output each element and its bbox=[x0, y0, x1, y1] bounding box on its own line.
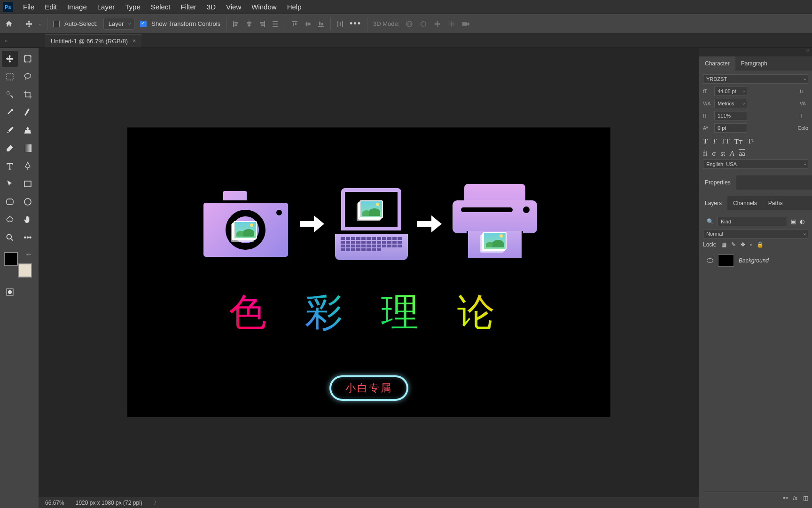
align-vertical-center-icon[interactable] bbox=[304, 20, 312, 28]
align-right-edges-icon[interactable] bbox=[258, 20, 266, 28]
layer-name[interactable]: Background bbox=[739, 257, 769, 264]
language-select[interactable]: English: USA bbox=[703, 159, 808, 169]
brush-tool[interactable] bbox=[2, 122, 18, 138]
stylistic-button[interactable]: st bbox=[720, 150, 725, 158]
slide-3d-icon[interactable] bbox=[447, 20, 456, 28]
layer-mask-icon[interactable]: ◫ bbox=[803, 495, 808, 501]
move-tool[interactable] bbox=[2, 51, 18, 67]
menu-file[interactable]: File bbox=[18, 0, 39, 14]
layer-row[interactable]: Background bbox=[703, 251, 808, 270]
menu-layer[interactable]: Layer bbox=[92, 0, 120, 14]
oldstyle-button[interactable]: σ bbox=[712, 150, 716, 158]
smallcaps-button[interactable]: Tᴛ bbox=[734, 137, 743, 146]
background-color[interactable] bbox=[18, 263, 32, 278]
menu-3d[interactable]: 3D bbox=[202, 0, 221, 14]
auto-select-checkbox[interactable] bbox=[53, 21, 60, 27]
artboard-tool[interactable] bbox=[20, 51, 36, 67]
clone-stamp-tool[interactable] bbox=[20, 122, 36, 138]
edit-toolbar-icon[interactable]: ••• bbox=[20, 230, 36, 246]
eraser-tool[interactable] bbox=[2, 140, 18, 156]
superscript-button[interactable]: T¹ bbox=[748, 137, 754, 146]
layer-select[interactable]: Layer bbox=[103, 18, 135, 30]
status-chevron-icon[interactable]: 〉 bbox=[154, 499, 159, 507]
zoom-tool[interactable] bbox=[2, 230, 18, 246]
align-horizontal-center-icon[interactable] bbox=[245, 20, 253, 28]
healing-brush-tool[interactable] bbox=[20, 104, 36, 120]
swap-colors-icon[interactable]: ⤺ bbox=[26, 251, 31, 258]
menu-edit[interactable]: Edit bbox=[39, 0, 62, 14]
tab-character[interactable]: Character bbox=[699, 56, 735, 71]
menu-window[interactable]: Window bbox=[246, 0, 281, 14]
crop-tool[interactable] bbox=[20, 87, 36, 103]
roll-3d-icon[interactable] bbox=[419, 20, 428, 28]
rectangle-tool[interactable] bbox=[20, 176, 36, 192]
menu-help[interactable]: Help bbox=[282, 0, 307, 14]
collapse-chevron-icon[interactable]: ‹‹ bbox=[5, 39, 8, 43]
tab-properties[interactable]: Properties bbox=[699, 175, 736, 190]
rounded-rectangle-tool[interactable] bbox=[2, 194, 18, 210]
menu-view[interactable]: View bbox=[221, 0, 246, 14]
menu-filter[interactable]: Filter bbox=[176, 0, 202, 14]
show-transform-checkbox[interactable] bbox=[140, 21, 147, 27]
pan-3d-icon[interactable] bbox=[433, 20, 442, 28]
more-options-icon[interactable]: ••• bbox=[350, 19, 361, 29]
collapse-panels-icon[interactable]: ‹‹ bbox=[699, 48, 812, 56]
lock-paint-icon[interactable]: ✎ bbox=[731, 241, 736, 248]
move-tool-icon[interactable] bbox=[25, 20, 33, 28]
visibility-eye-icon[interactable] bbox=[707, 258, 713, 263]
bold-button[interactable]: T bbox=[703, 137, 708, 146]
ligatures-button[interactable]: fi bbox=[703, 150, 707, 158]
camera-3d-icon[interactable] bbox=[461, 21, 470, 27]
pen-tool[interactable] bbox=[20, 158, 36, 174]
distribute-icon[interactable] bbox=[272, 20, 279, 28]
filter-adjust-icon[interactable]: ◐ bbox=[800, 218, 804, 225]
doc-dimensions[interactable]: 1920 px x 1080 px (72 ppi) bbox=[76, 500, 142, 506]
orbit-3d-icon[interactable] bbox=[405, 20, 414, 28]
canvas[interactable]: 色 彩 理 论 小白专属 bbox=[127, 127, 610, 417]
italic-button[interactable]: T bbox=[712, 137, 716, 146]
document-tab[interactable]: Untitled-1 @ 66.7% (RGB/8) × bbox=[45, 34, 141, 48]
filter-search-icon[interactable]: 🔍 bbox=[707, 218, 714, 225]
vscale-input[interactable]: 111% bbox=[714, 111, 747, 120]
tab-paragraph[interactable]: Paragraph bbox=[735, 56, 773, 71]
eyedropper-tool[interactable] bbox=[2, 104, 18, 120]
layer-filter-select[interactable]: Kind bbox=[718, 217, 787, 226]
blend-mode-select[interactable]: Normal bbox=[703, 229, 808, 238]
lock-all-icon[interactable]: 🔒 bbox=[757, 241, 764, 248]
quick-mask-tool[interactable] bbox=[2, 284, 18, 300]
menu-type[interactable]: Type bbox=[120, 0, 146, 14]
tab-channels[interactable]: Channels bbox=[727, 196, 763, 210]
chevron-down-icon[interactable]: ⌵ bbox=[39, 22, 41, 26]
menu-image[interactable]: Image bbox=[62, 0, 92, 14]
lock-position-icon[interactable]: ✥ bbox=[741, 241, 745, 248]
tab-paths[interactable]: Paths bbox=[763, 196, 789, 210]
kerning-select[interactable]: Metrics bbox=[714, 99, 747, 108]
close-tab-icon[interactable]: × bbox=[133, 38, 136, 44]
align-left-edges-icon[interactable] bbox=[232, 20, 240, 28]
quick-select-tool[interactable] bbox=[2, 87, 18, 103]
layer-thumbnail[interactable] bbox=[718, 254, 734, 267]
link-layers-icon[interactable]: ⚯ bbox=[783, 495, 788, 501]
hand-tool[interactable] bbox=[20, 212, 36, 228]
ellipse-tool[interactable] bbox=[20, 194, 36, 210]
align-bottom-edges-icon[interactable] bbox=[317, 20, 325, 28]
lock-artboard-icon[interactable]: ▫ bbox=[750, 241, 752, 248]
layer-fx-icon[interactable]: fx bbox=[793, 495, 797, 501]
marquee-tool[interactable] bbox=[2, 69, 18, 85]
font-family-select[interactable]: YRDZST bbox=[703, 74, 808, 84]
color-swatches[interactable]: ⤺ bbox=[4, 252, 35, 278]
foreground-color[interactable] bbox=[4, 252, 18, 266]
gradient-tool[interactable] bbox=[20, 140, 36, 156]
allcaps-button[interactable]: TT bbox=[721, 137, 729, 146]
tab-layers[interactable]: Layers bbox=[699, 196, 727, 210]
filter-image-icon[interactable]: ▣ bbox=[791, 218, 796, 225]
titling-button[interactable]: A bbox=[730, 150, 734, 158]
baseline-input[interactable]: 0 pt bbox=[714, 123, 747, 133]
font-size-input[interactable]: 44.05 pt bbox=[714, 87, 747, 96]
type-tool[interactable] bbox=[2, 158, 18, 174]
custom-shape-tool[interactable] bbox=[2, 212, 18, 228]
path-select-tool[interactable] bbox=[2, 176, 18, 192]
align-top-edges-icon[interactable] bbox=[291, 20, 298, 28]
zoom-level[interactable]: 66.67% bbox=[45, 500, 64, 506]
distribute-vertical-icon[interactable] bbox=[336, 20, 344, 28]
